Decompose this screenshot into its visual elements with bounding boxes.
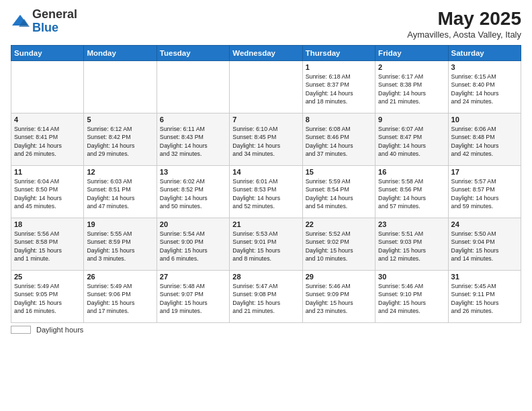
- day-info: Sunrise: 5:54 AM Sunset: 9:00 PM Dayligh…: [160, 230, 226, 263]
- weekday-header-wednesday: Wednesday: [230, 46, 302, 61]
- calendar-cell: 16Sunrise: 5:58 AM Sunset: 8:56 PM Dayli…: [375, 166, 448, 218]
- day-info: Sunrise: 6:11 AM Sunset: 8:43 PM Dayligh…: [160, 125, 226, 158]
- day-number: 17: [451, 168, 518, 176]
- day-info: Sunrise: 5:46 AM Sunset: 9:10 PM Dayligh…: [378, 282, 445, 315]
- footer: Daylight hours: [11, 326, 521, 334]
- calendar-cell: 13Sunrise: 6:02 AM Sunset: 8:52 PM Dayli…: [157, 166, 229, 218]
- day-number: 27: [160, 273, 226, 281]
- day-info: Sunrise: 5:58 AM Sunset: 8:56 PM Dayligh…: [378, 177, 445, 210]
- day-info: Sunrise: 6:14 AM Sunset: 8:41 PM Dayligh…: [14, 125, 81, 158]
- weekday-header-thursday: Thursday: [302, 46, 375, 61]
- week-row-2: 4Sunrise: 6:14 AM Sunset: 8:41 PM Daylig…: [11, 113, 521, 166]
- calendar-cell: 30Sunrise: 5:46 AM Sunset: 9:10 PM Dayli…: [375, 271, 448, 323]
- calendar-cell: 24Sunrise: 5:50 AM Sunset: 9:04 PM Dayli…: [448, 218, 521, 271]
- calendar-cell: [11, 61, 84, 113]
- calendar-cell: 14Sunrise: 6:01 AM Sunset: 8:53 PM Dayli…: [230, 166, 302, 218]
- day-number: 10: [451, 116, 518, 124]
- day-number: 30: [378, 273, 445, 281]
- calendar-cell: [84, 61, 157, 113]
- day-number: 24: [451, 220, 518, 228]
- weekday-header-monday: Monday: [84, 46, 157, 61]
- day-number: 12: [87, 168, 153, 176]
- logo: General Blue: [11, 8, 77, 35]
- day-number: 29: [306, 273, 372, 281]
- location: Aymavilles, Aosta Valley, Italy: [407, 30, 521, 40]
- day-number: 22: [306, 220, 372, 228]
- day-number: 5: [87, 116, 153, 124]
- logo-blue-text: Blue: [32, 21, 58, 34]
- calendar-cell: 8Sunrise: 6:08 AM Sunset: 8:46 PM Daylig…: [302, 113, 375, 166]
- day-info: Sunrise: 6:02 AM Sunset: 8:52 PM Dayligh…: [160, 177, 226, 210]
- daylight-label: Daylight hours: [36, 326, 83, 334]
- calendar-cell: 26Sunrise: 5:49 AM Sunset: 9:06 PM Dayli…: [84, 271, 157, 323]
- day-info: Sunrise: 5:46 AM Sunset: 9:09 PM Dayligh…: [306, 282, 372, 315]
- calendar-cell: [157, 61, 229, 113]
- weekday-header-sunday: Sunday: [11, 46, 84, 61]
- calendar-cell: 23Sunrise: 5:51 AM Sunset: 9:03 PM Dayli…: [375, 218, 448, 271]
- day-info: Sunrise: 6:17 AM Sunset: 8:38 PM Dayligh…: [378, 73, 445, 105]
- day-number: 13: [160, 168, 226, 176]
- title-block: May 2025 Aymavilles, Aosta Valley, Italy: [407, 8, 521, 40]
- day-number: 2: [378, 63, 445, 71]
- calendar-cell: 19Sunrise: 5:55 AM Sunset: 8:59 PM Dayli…: [84, 218, 157, 271]
- day-info: Sunrise: 6:15 AM Sunset: 8:40 PM Dayligh…: [451, 73, 518, 105]
- week-row-5: 25Sunrise: 5:49 AM Sunset: 9:05 PM Dayli…: [11, 271, 521, 323]
- day-info: Sunrise: 6:08 AM Sunset: 8:46 PM Dayligh…: [306, 125, 372, 158]
- calendar-cell: 15Sunrise: 5:59 AM Sunset: 8:54 PM Dayli…: [302, 166, 375, 218]
- day-info: Sunrise: 5:48 AM Sunset: 9:07 PM Dayligh…: [160, 282, 226, 315]
- day-number: 26: [87, 273, 153, 281]
- calendar-cell: 18Sunrise: 5:56 AM Sunset: 8:58 PM Dayli…: [11, 218, 84, 271]
- day-number: 9: [378, 116, 445, 124]
- calendar-cell: 6Sunrise: 6:11 AM Sunset: 8:43 PM Daylig…: [157, 113, 229, 166]
- logo-icon: [11, 12, 30, 31]
- calendar-cell: 21Sunrise: 5:53 AM Sunset: 9:01 PM Dayli…: [230, 218, 302, 271]
- weekday-header-saturday: Saturday: [448, 46, 521, 61]
- day-info: Sunrise: 5:56 AM Sunset: 8:58 PM Dayligh…: [14, 230, 81, 263]
- calendar-cell: 4Sunrise: 6:14 AM Sunset: 8:41 PM Daylig…: [11, 113, 84, 166]
- day-number: 6: [160, 116, 226, 124]
- day-number: 16: [378, 168, 445, 176]
- calendar-cell: 28Sunrise: 5:47 AM Sunset: 9:08 PM Dayli…: [230, 271, 302, 323]
- day-info: Sunrise: 5:52 AM Sunset: 9:02 PM Dayligh…: [306, 230, 372, 263]
- day-info: Sunrise: 5:49 AM Sunset: 9:06 PM Dayligh…: [87, 282, 153, 315]
- calendar-table: SundayMondayTuesdayWednesdayThursdayFrid…: [11, 45, 521, 323]
- day-info: Sunrise: 5:51 AM Sunset: 9:03 PM Dayligh…: [378, 230, 445, 263]
- day-info: Sunrise: 5:45 AM Sunset: 9:11 PM Dayligh…: [451, 282, 518, 315]
- day-info: Sunrise: 6:03 AM Sunset: 8:51 PM Dayligh…: [87, 177, 153, 210]
- day-info: Sunrise: 6:07 AM Sunset: 8:47 PM Dayligh…: [378, 125, 445, 158]
- day-info: Sunrise: 6:04 AM Sunset: 8:50 PM Dayligh…: [14, 177, 81, 210]
- day-info: Sunrise: 5:50 AM Sunset: 9:04 PM Dayligh…: [451, 230, 518, 263]
- day-info: Sunrise: 6:10 AM Sunset: 8:45 PM Dayligh…: [232, 125, 299, 158]
- day-number: 4: [14, 116, 81, 124]
- calendar-cell: 11Sunrise: 6:04 AM Sunset: 8:50 PM Dayli…: [11, 166, 84, 218]
- day-number: 31: [451, 273, 518, 281]
- day-info: Sunrise: 5:47 AM Sunset: 9:08 PM Dayligh…: [232, 282, 299, 315]
- calendar-cell: 9Sunrise: 6:07 AM Sunset: 8:47 PM Daylig…: [375, 113, 448, 166]
- week-row-1: 1Sunrise: 6:18 AM Sunset: 8:37 PM Daylig…: [11, 61, 521, 113]
- calendar-cell: 5Sunrise: 6:12 AM Sunset: 8:42 PM Daylig…: [84, 113, 157, 166]
- day-info: Sunrise: 6:12 AM Sunset: 8:42 PM Dayligh…: [87, 125, 153, 158]
- day-number: 19: [87, 220, 153, 228]
- day-number: 7: [232, 116, 299, 124]
- day-number: 25: [14, 273, 81, 281]
- calendar-cell: 27Sunrise: 5:48 AM Sunset: 9:07 PM Dayli…: [157, 271, 229, 323]
- weekday-header-friday: Friday: [375, 46, 448, 61]
- calendar-cell: 25Sunrise: 5:49 AM Sunset: 9:05 PM Dayli…: [11, 271, 84, 323]
- weekday-header-row: SundayMondayTuesdayWednesdayThursdayFrid…: [11, 46, 521, 61]
- month-title: May 2025: [407, 8, 521, 30]
- week-row-4: 18Sunrise: 5:56 AM Sunset: 8:58 PM Dayli…: [11, 218, 521, 271]
- day-number: 14: [232, 168, 299, 176]
- calendar-cell: 2Sunrise: 6:17 AM Sunset: 8:38 PM Daylig…: [375, 61, 448, 113]
- calendar-cell: 3Sunrise: 6:15 AM Sunset: 8:40 PM Daylig…: [448, 61, 521, 113]
- day-info: Sunrise: 6:01 AM Sunset: 8:53 PM Dayligh…: [232, 177, 299, 210]
- calendar-cell: 20Sunrise: 5:54 AM Sunset: 9:00 PM Dayli…: [157, 218, 229, 271]
- weekday-header-tuesday: Tuesday: [157, 46, 229, 61]
- calendar-cell: 17Sunrise: 5:57 AM Sunset: 8:57 PM Dayli…: [448, 166, 521, 218]
- day-info: Sunrise: 5:49 AM Sunset: 9:05 PM Dayligh…: [14, 282, 81, 315]
- day-number: 8: [306, 116, 372, 124]
- calendar-cell: 12Sunrise: 6:03 AM Sunset: 8:51 PM Dayli…: [84, 166, 157, 218]
- calendar-cell: 22Sunrise: 5:52 AM Sunset: 9:02 PM Dayli…: [302, 218, 375, 271]
- day-number: 15: [306, 168, 372, 176]
- day-info: Sunrise: 5:53 AM Sunset: 9:01 PM Dayligh…: [232, 230, 299, 263]
- day-info: Sunrise: 5:59 AM Sunset: 8:54 PM Dayligh…: [306, 177, 372, 210]
